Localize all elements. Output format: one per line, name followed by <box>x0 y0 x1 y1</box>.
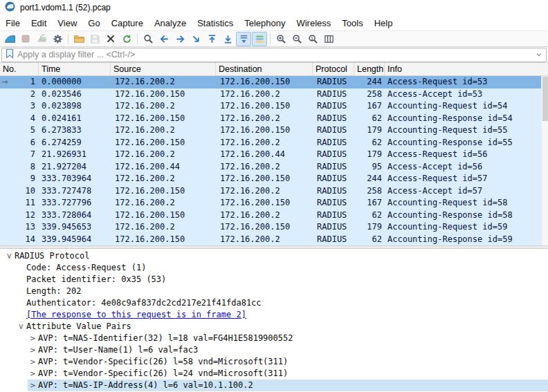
expand-icon[interactable]: > <box>28 356 38 368</box>
column-header-info[interactable]: Info <box>385 63 548 75</box>
go-last-packet-button[interactable] <box>220 32 235 46</box>
column-header-destination[interactable]: Destination <box>216 63 313 75</box>
cell-time: 6.273833 <box>39 124 111 137</box>
zoom-out-button[interactable] <box>289 32 304 46</box>
packet-row-11[interactable]: 11333.727796172.16.200.2172.16.200.150RA… <box>0 197 548 209</box>
open-file-button[interactable] <box>71 32 86 46</box>
detail-line-2[interactable]: Packet identifier: 0x35 (53) <box>0 274 548 286</box>
menu-wireless[interactable]: Wireless <box>291 16 336 30</box>
capture-options-button[interactable] <box>50 32 65 46</box>
detail-line-6[interactable]: >Attribute Value Pairs <box>0 321 548 333</box>
reload-file-button[interactable] <box>119 32 134 46</box>
cell-source: 172.16.200.150 <box>111 137 216 149</box>
cell-time: 21.927204 <box>39 161 111 174</box>
toolbar-separator <box>270 34 271 44</box>
packet-row-5[interactable]: 56.273833172.16.200.2172.16.200.150RADIU… <box>0 124 548 137</box>
menu-tools[interactable]: Tools <box>336 16 368 30</box>
cell-length: 258 <box>354 185 385 198</box>
stop-capture-button[interactable] <box>18 32 33 46</box>
packet-row-13[interactable]: 13339.945653172.16.200.2172.16.200.150RA… <box>0 221 548 234</box>
cell-destination: 172.16.200.2 <box>216 88 313 101</box>
menu-file[interactable]: File <box>0 16 26 30</box>
response-frame-link[interactable]: [The response to this request is in fram… <box>0 309 548 321</box>
detail-line-0[interactable]: >RADIUS Protocol <box>0 250 548 262</box>
go-first-packet-button[interactable] <box>204 32 219 46</box>
save-file-button[interactable] <box>87 32 102 46</box>
filter-placeholder-text: Apply a display filter ... <Ctrl-/> <box>17 50 532 59</box>
go-to-packet-button[interactable] <box>188 32 203 46</box>
cell-protocol: RADIUS <box>313 209 354 222</box>
detail-line-4[interactable]: Authenticator: 4e08c9af837dc2cd217e21f41… <box>0 297 548 309</box>
zoom-in-button[interactable] <box>273 32 289 46</box>
detail-text: AVP: t=NAS-Identifier(32) l=18 val=FG4H1… <box>38 333 293 344</box>
cell-source: 172.16.200.2 <box>111 149 216 161</box>
expand-icon[interactable]: > <box>28 344 38 356</box>
detail-line-7[interactable]: >AVP: t=NAS-Identifier(32) l=18 val=FG4H… <box>0 333 548 344</box>
menu-help[interactable]: Help <box>369 16 399 30</box>
menu-telephony[interactable]: Telephony <box>239 16 291 30</box>
cell-protocol: RADIUS <box>313 197 354 209</box>
expand-icon[interactable]: > <box>28 368 38 380</box>
collapse-icon[interactable]: > <box>15 321 27 332</box>
column-header-no[interactable]: No. <box>0 63 39 75</box>
cell-info: Accounting-Response id=55 <box>385 137 548 149</box>
packet-row-3[interactable]: 30.023898172.16.200.2172.16.200.150RADIU… <box>0 100 548 113</box>
packet-row-12[interactable]: 12333.728064172.16.200.150172.16.200.2RA… <box>0 209 548 222</box>
cell-length: 167 <box>354 100 385 113</box>
column-header-protocol[interactable]: Protocol <box>313 63 354 75</box>
menu-analyze[interactable]: Analyze <box>149 16 192 30</box>
packet-row-9[interactable]: 9333.703964172.16.200.2172.16.200.150RAD… <box>0 173 548 185</box>
find-packet-icon <box>143 34 154 44</box>
menu-statistics[interactable]: Statistics <box>192 16 239 30</box>
cell-destination: 172.16.200.150 <box>216 197 313 209</box>
scrollbar-thumb[interactable] <box>542 77 548 121</box>
close-file-button[interactable] <box>103 32 118 46</box>
detail-line-11[interactable]: >AVP: t=NAS-IP-Address(4) l=6 val=10.1.1… <box>0 380 548 391</box>
detail-line-9[interactable]: >AVP: t=Vendor-Specific(26) l=58 vnd=Mic… <box>0 356 548 368</box>
packet-row-4[interactable]: 40.024161172.16.200.150172.16.200.2RADIU… <box>0 113 548 125</box>
colorize-button[interactable] <box>252 32 267 46</box>
go-forward-button[interactable] <box>172 32 188 46</box>
go-back-button[interactable] <box>156 32 172 46</box>
packet-list-scrollbar[interactable] <box>541 76 548 245</box>
cell-time: 333.703964 <box>39 173 111 185</box>
detail-line-3[interactable]: Length: 202 <box>0 286 548 297</box>
column-header-time[interactable]: Time <box>39 63 111 75</box>
start-capture-button[interactable] <box>2 32 17 46</box>
filter-dropdown-icon[interactable] <box>536 48 542 61</box>
packet-row-14[interactable]: 14339.945964172.16.200.150172.16.200.2RA… <box>0 234 548 246</box>
restart-capture-button[interactable] <box>34 32 49 46</box>
cell-length: 62 <box>354 234 385 246</box>
display-filter-input[interactable]: Apply a display filter ... <Ctrl-/> <box>1 48 547 62</box>
packet-row-8[interactable]: 821.927204172.16.200.44172.16.200.2RADIU… <box>0 161 548 174</box>
auto-scroll-button[interactable] <box>236 32 251 46</box>
detail-line-8[interactable]: >AVP: t=User-Name(1) l=6 val=fac3 <box>0 344 548 356</box>
cell-destination: 172.16.200.2 <box>216 234 313 246</box>
menu-view[interactable]: View <box>52 16 82 30</box>
detail-line-10[interactable]: >AVP: t=Vendor-Specific(26) l=24 vnd=Mic… <box>0 368 548 380</box>
packet-row-6[interactable]: 66.274259172.16.200.150172.16.200.2RADIU… <box>0 137 548 149</box>
detail-line-1[interactable]: Code: Access-Request (1) <box>0 262 548 274</box>
cell-info: Accounting-Response id=58 <box>385 209 548 222</box>
filter-bookmark-icon[interactable] <box>6 48 14 62</box>
menu-capture[interactable]: Capture <box>106 16 149 30</box>
packet-row-2[interactable]: 20.023546172.16.200.150172.16.200.2RADIU… <box>0 88 548 101</box>
expand-icon[interactable]: > <box>28 380 38 391</box>
menu-edit[interactable]: Edit <box>26 16 52 30</box>
menu-go[interactable]: Go <box>82 16 105 30</box>
column-header-length[interactable]: Length <box>354 63 385 75</box>
toolbar-separator <box>68 34 68 44</box>
open-file-icon <box>73 33 85 45</box>
cell-time: 333.727478 <box>39 185 111 198</box>
expand-icon[interactable]: > <box>28 333 38 344</box>
resize-columns-button[interactable] <box>321 32 336 46</box>
find-packet-button[interactable] <box>140 32 156 46</box>
window-title: port1.vdom1.1 (52).pcap <box>20 3 111 12</box>
collapse-icon[interactable]: > <box>3 251 15 261</box>
packet-row-10[interactable]: 10333.727478172.16.200.150172.16.200.2RA… <box>0 185 548 198</box>
column-header-source[interactable]: Source <box>111 63 216 75</box>
packet-row-7[interactable]: 721.926931172.16.200.2172.16.200.44RADIU… <box>0 149 548 161</box>
packet-row-1[interactable]: 1→0.000000172.16.200.2172.16.200.150RADI… <box>0 76 548 88</box>
zoom-original-button[interactable]: 1 <box>305 32 320 46</box>
detail-text: Attribute Value Pairs <box>26 321 131 333</box>
